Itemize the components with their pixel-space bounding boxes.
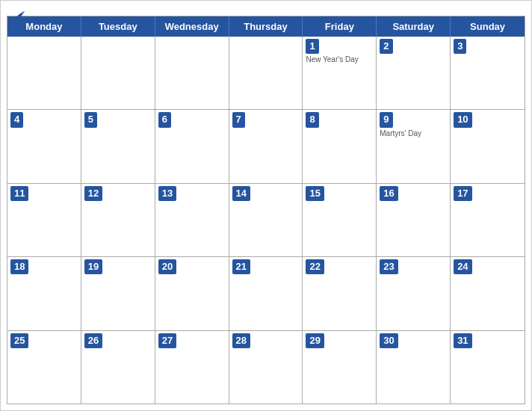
calendar-cell: 0 [229,37,303,109]
date-number: 8 [306,112,318,127]
holiday-label: Martyrs' Day [380,129,447,137]
calendar-cell: 11 [7,184,81,256]
day-header-wednesday: Wednesday [155,16,229,37]
date-number: 31 [454,333,471,348]
date-number: 15 [306,186,324,201]
calendar-cell: 13 [155,184,229,256]
date-number: 0 [232,39,245,54]
date-number: 10 [454,112,471,127]
calendar-header [1,1,531,16]
calendar-cell: 3 [451,37,525,109]
date-number: 18 [10,259,28,274]
calendar-cell: 28 [229,331,303,404]
calendar-cell: 4 [7,110,81,182]
date-number: 22 [306,259,324,274]
calendar-cell: 27 [155,331,229,404]
calendar-cell: 15 [303,184,377,256]
calendar-cell: 26 [81,331,155,404]
date-number: 17 [454,186,471,201]
calendar-cell: 1New Year's Day [303,37,377,109]
calendar-cell: 14 [229,184,303,256]
holiday-label: New Year's Day [306,55,373,64]
calendar-cell: 22 [303,257,377,330]
day-header-thursday: Thursday [229,16,303,37]
calendar-cell: 0 [81,37,155,109]
calendar-cell: 5 [81,110,155,182]
calendar-cell: 12 [81,184,155,256]
date-number: 0 [158,39,171,54]
week-row-4: 18192021222324 [7,257,525,330]
calendar-cell: 25 [7,331,81,404]
calendar-cell: 17 [451,184,525,256]
week-row-3: 11121314151617 [7,184,525,257]
calendar-cell: 20 [155,257,229,330]
date-number: 16 [380,186,398,201]
date-number: 0 [10,39,23,54]
calendar-cell: 19 [81,257,155,330]
week-row-2: 456789Martyrs' Day10 [7,110,525,183]
date-number: 12 [84,186,102,201]
calendar-cell: 16 [377,184,451,256]
date-number: 20 [158,259,176,274]
calendar-cell: 24 [451,257,525,330]
date-number: 26 [84,333,102,348]
calendar-cell: 2 [377,37,451,109]
date-number: 27 [158,333,176,348]
calendar-cell: 8 [303,110,377,182]
date-number: 14 [232,186,250,201]
calendar-grid: MondayTuesdayWednesdayThursdayFridaySatu… [7,16,525,404]
calendar-cell: 18 [7,257,81,330]
date-number: 23 [380,259,398,274]
date-number: 11 [10,186,28,201]
date-number: 13 [158,186,176,201]
date-number: 19 [84,259,102,274]
calendar-cell: 29 [303,331,377,404]
calendar-page: MondayTuesdayWednesdayThursdayFridaySatu… [0,0,532,411]
logo-bird-icon [14,8,26,22]
date-number: 3 [454,39,466,54]
calendar-cell: 0 [155,37,229,109]
date-number: 2 [380,39,392,54]
date-number: 5 [84,112,97,127]
calendar-cell: 9Martyrs' Day [377,110,451,182]
day-header-friday: Friday [303,16,377,37]
calendar-cell: 21 [229,257,303,330]
week-row-1: 00001New Year's Day23 [7,37,525,110]
calendar-cell: 10 [451,110,525,182]
calendar-cell: 23 [377,257,451,330]
calendar-body: 00001New Year's Day23456789Martyrs' Day1… [7,37,525,404]
day-header-saturday: Saturday [377,16,451,37]
date-number: 25 [10,333,28,348]
date-number: 24 [454,259,471,274]
calendar-cell: 0 [7,37,81,109]
date-number: 9 [380,112,392,127]
date-number: 7 [232,112,245,127]
date-number: 6 [158,112,171,127]
week-row-5: 25262728293031 [7,331,525,404]
calendar-cell: 31 [451,331,525,404]
date-number: 21 [232,259,250,274]
date-number: 30 [380,333,398,348]
days-header-row: MondayTuesdayWednesdayThursdayFridaySatu… [7,16,525,37]
calendar-cell: 7 [229,110,303,182]
calendar-cell: 30 [377,331,451,404]
date-number: 4 [10,112,23,127]
date-number: 0 [84,39,97,54]
date-number: 28 [232,333,250,348]
day-header-sunday: Sunday [451,16,525,37]
date-number: 1 [306,39,318,54]
date-number: 29 [306,333,324,348]
calendar-cell: 6 [155,110,229,182]
day-header-tuesday: Tuesday [81,16,155,37]
